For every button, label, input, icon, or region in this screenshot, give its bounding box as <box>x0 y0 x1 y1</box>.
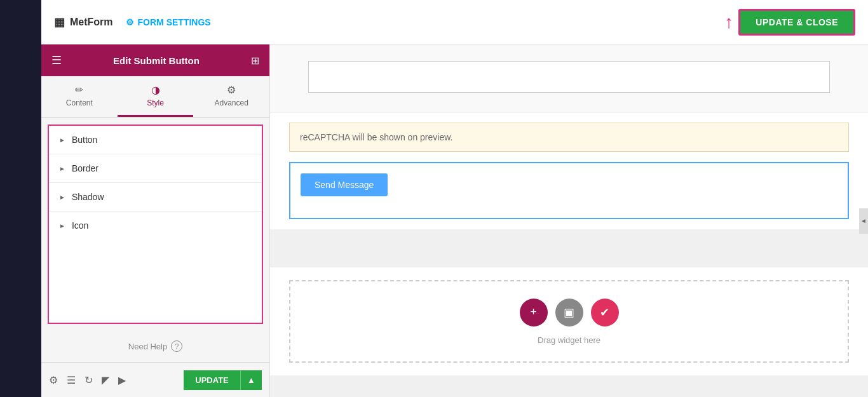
body-area: ☰ Edit Submit Button ⊞ ✏ Content ◑ Style <box>41 44 868 397</box>
section-border-label: Border <box>72 163 98 173</box>
tab-style[interactable]: ◑ Style <box>118 76 194 117</box>
tab-content[interactable]: ✏ Content <box>41 76 118 117</box>
need-help: Need Help ? <box>41 330 269 362</box>
collapse-handle[interactable]: ◄ <box>859 208 868 234</box>
logo-text: MetForm <box>70 17 113 28</box>
gray-section <box>270 229 868 267</box>
settings-icon[interactable]: ⚙ <box>49 374 58 386</box>
help-icon[interactable]: ? <box>171 340 182 352</box>
responsive-icon[interactable]: ◤ <box>102 374 109 386</box>
form-settings-label: FORM SETTINGS <box>138 17 211 27</box>
hamburger-icon[interactable]: ☰ <box>51 53 62 67</box>
preview-container: reCAPTCHA will be shown on preview. Send… <box>270 44 868 397</box>
chevron-right-icon-2: ► <box>59 165 65 172</box>
widget-folder-button[interactable]: ▣ <box>555 299 583 326</box>
add-widget-button[interactable]: + <box>520 299 548 326</box>
grid-icon[interactable]: ⊞ <box>251 55 259 67</box>
metform-logo: ▦ MetForm <box>54 15 113 29</box>
tab-style-label: Style <box>147 98 164 107</box>
update-btn-group: UPDATE ▲ <box>184 370 262 390</box>
widget-buttons: + ▣ ✔ <box>520 299 619 326</box>
section-icon[interactable]: ► Icon <box>49 212 262 239</box>
send-message-button[interactable]: Send Message <box>301 173 388 196</box>
sections-panel: ► Button ► Border ► Shadow ► Icon <box>48 124 263 324</box>
update-dropdown-button[interactable]: ▲ <box>240 370 262 390</box>
logo-icon: ▦ <box>54 15 65 29</box>
tabs-row: ✏ Content ◑ Style ⚙ Advanced <box>41 76 269 118</box>
need-help-label: Need Help <box>128 342 167 351</box>
advanced-tab-icon: ⚙ <box>227 84 236 96</box>
form-textarea[interactable] <box>308 61 830 93</box>
send-message-section: Send Message <box>289 162 849 219</box>
chevron-right-icon-4: ► <box>59 222 65 229</box>
section-shadow-label: Shadow <box>72 192 104 202</box>
layers-icon[interactable]: ☰ <box>67 374 76 386</box>
section-button-label: Button <box>72 135 97 145</box>
tab-advanced[interactable]: ⚙ Advanced <box>193 76 269 117</box>
style-tab-icon: ◑ <box>151 84 160 96</box>
drag-widget-label: Drag widget here <box>538 335 600 345</box>
top-bar-right: ↑ UPDATE & CLOSE <box>724 9 855 36</box>
content-tab-icon: ✏ <box>75 84 83 96</box>
chevron-right-icon: ► <box>59 137 65 144</box>
drag-widget-section: + ▣ ✔ Drag widget here <box>289 280 849 363</box>
chevron-right-icon-3: ► <box>59 194 65 201</box>
top-bar-left: ▦ MetForm ⚙ FORM SETTINGS <box>54 15 211 29</box>
section-icon-label: Icon <box>72 220 88 231</box>
section-shadow[interactable]: ► Shadow <box>49 183 262 212</box>
sidebar-title: Edit Submit Button <box>113 55 200 66</box>
section-button[interactable]: ► Button <box>49 126 262 154</box>
form-top-section <box>270 44 868 112</box>
widget-elementor-button[interactable]: ✔ <box>591 299 619 326</box>
history-icon[interactable]: ↻ <box>85 374 93 386</box>
top-bar: ▦ MetForm ⚙ FORM SETTINGS ↑ UPDATE & CLO… <box>41 0 868 44</box>
update-close-button[interactable]: UPDATE & CLOSE <box>738 9 855 36</box>
recaptcha-notice: reCAPTCHA will be shown on preview. <box>289 123 849 152</box>
left-panel <box>0 0 41 397</box>
bottom-toolbar: ⚙ ☰ ↻ ◤ ▶ UPDATE ▲ <box>41 362 269 397</box>
sidebar-header: ☰ Edit Submit Button ⊞ <box>41 44 269 76</box>
sidebar: ☰ Edit Submit Button ⊞ ✏ Content ◑ Style <box>41 44 270 397</box>
update-button[interactable]: UPDATE <box>184 370 240 390</box>
form-settings-link[interactable]: ⚙ FORM SETTINGS <box>126 17 211 27</box>
tab-content-label: Content <box>66 98 93 107</box>
section-border[interactable]: ► Border <box>49 154 262 183</box>
recaptcha-text: reCAPTCHA will be shown on preview. <box>300 132 452 142</box>
arrow-indicator: ↑ <box>724 12 733 32</box>
gear-icon: ⚙ <box>126 17 134 27</box>
tab-advanced-label: Advanced <box>214 98 248 107</box>
eye-icon[interactable]: ▶ <box>118 374 126 386</box>
preview-area: reCAPTCHA will be shown on preview. Send… <box>270 44 868 375</box>
